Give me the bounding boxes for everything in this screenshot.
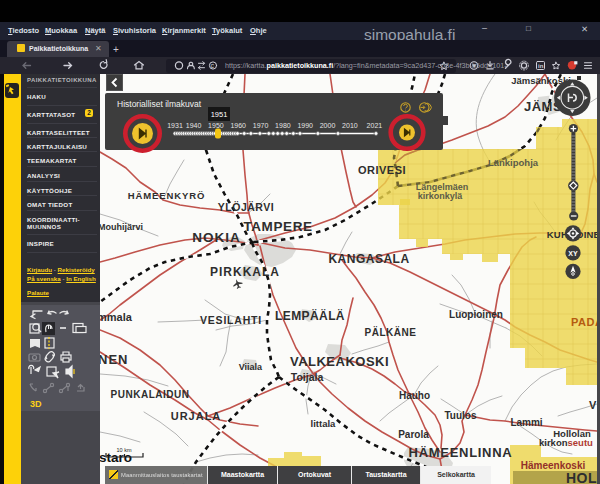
svg-text:Tuulos: Tuulos [444, 410, 476, 421]
svg-text:littala: littala [311, 418, 337, 429]
svg-text:Hauho: Hauho [399, 390, 430, 401]
svg-text:Viiala: Viiala [239, 362, 263, 372]
svg-text:V: V [589, 399, 597, 411]
svg-text:PÄLKÄNE: PÄLKÄNE [365, 326, 417, 338]
svg-text:HÄMEENLINNA: HÄMEENLINNA [409, 445, 513, 460]
svg-text:Länkipohja: Länkipohja [488, 157, 539, 168]
svg-text:YLÖJÄRVI: YLÖJÄRVI [218, 201, 274, 213]
svg-text:2021: 2021 [367, 122, 383, 129]
svg-text:1950: 1950 [208, 122, 224, 129]
svg-text:Luopioinen: Luopioinen [449, 309, 503, 320]
svg-text:URJALA: URJALA [171, 410, 222, 422]
svg-text:mmala: mmala [100, 311, 133, 323]
svg-text:TAMPERE: TAMPERE [243, 219, 312, 234]
svg-text:ORIVESI: ORIVESI [358, 164, 406, 176]
svg-text:VESILAHTI: VESILAHTI [200, 314, 262, 326]
svg-text:1931: 1931 [167, 122, 183, 129]
svg-text:2000: 2000 [320, 122, 336, 129]
svg-text:10 km: 10 km [117, 447, 132, 453]
svg-text:1951: 1951 [211, 110, 228, 119]
svg-text:LEMPÄÄLÄ: LEMPÄÄLÄ [275, 308, 345, 323]
svg-text:1970: 1970 [253, 122, 269, 129]
svg-text:kirkonkylä: kirkonkylä [418, 191, 464, 201]
svg-text:2010: 2010 [342, 122, 358, 129]
svg-text:VALKEAKOSKI: VALKEAKOSKI [290, 354, 389, 369]
svg-text:KANGASALA: KANGASALA [328, 252, 409, 266]
svg-text:3D: 3D [30, 399, 42, 409]
svg-text:PADA: PADA [571, 316, 597, 328]
svg-text:NOKIA: NOKIA [192, 230, 241, 245]
svg-text:1990: 1990 [297, 122, 313, 129]
svg-text:https://kartta.paikkatietoikku: https://kartta.paikkatietoikkuna.fi/?lan… [225, 61, 508, 70]
svg-text:HÄMEENKYRÖ: HÄMEENKYRÖ [128, 190, 206, 201]
svg-text:Parola: Parola [398, 429, 429, 440]
svg-text:1940: 1940 [186, 122, 202, 129]
svg-text:in: in [538, 63, 544, 69]
svg-text:Lammi: Lammi [510, 417, 542, 428]
svg-text:NEN: NEN [100, 352, 128, 367]
svg-text:kirkonseutu: kirkonseutu [539, 437, 593, 448]
svg-text:c: c [211, 62, 215, 69]
svg-text:PIRKKALA: PIRKKALA [210, 265, 280, 279]
svg-text:HOLL: HOLL [566, 470, 597, 484]
svg-text:XY: XY [568, 250, 578, 257]
svg-text:1960: 1960 [230, 122, 246, 129]
svg-text:Toijala: Toijala [291, 371, 324, 383]
svg-text:1980: 1980 [275, 122, 291, 129]
svg-text:Mouhijärvi: Mouhijärvi [100, 222, 143, 232]
svg-text:PUNKALAIDUN: PUNKALAIDUN [111, 389, 190, 400]
